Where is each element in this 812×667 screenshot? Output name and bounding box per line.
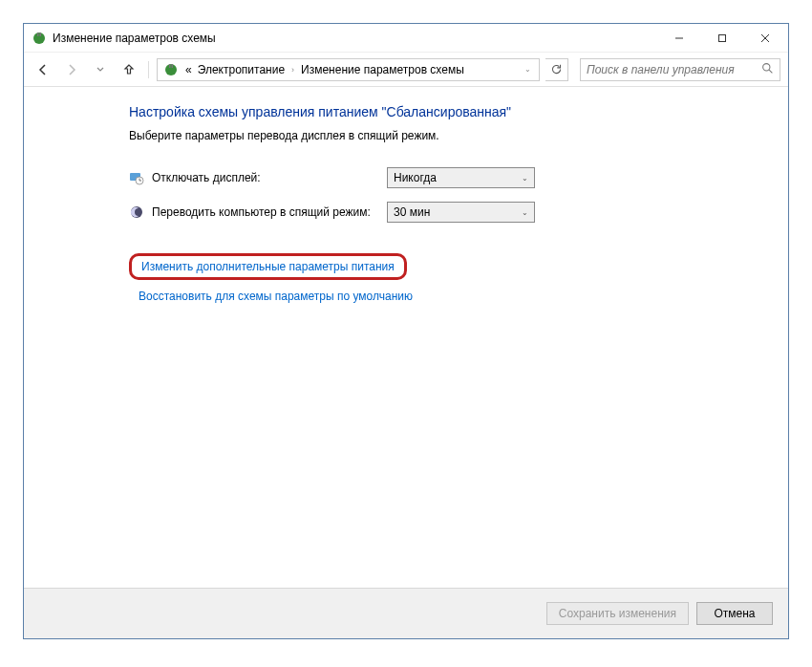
window: Изменение параметров схемы « Электропита… — [23, 23, 789, 639]
breadcrumb-item[interactable]: Изменение параметров схемы — [298, 63, 467, 76]
svg-point-0 — [33, 32, 45, 44]
page-heading: Настройка схемы управления питанием "Сба… — [129, 104, 769, 119]
monitor-clock-icon — [129, 170, 144, 185]
nav-forward-button[interactable] — [60, 58, 83, 81]
chevron-down-icon: ⌄ — [522, 208, 528, 217]
breadcrumb-prefix[interactable]: « — [182, 63, 195, 76]
setting-label: Переводить компьютер в спящий режим: — [152, 205, 371, 219]
window-controls — [657, 25, 786, 52]
dropdown-value: 30 мин — [394, 205, 430, 219]
svg-rect-2 — [40, 32, 42, 36]
setting-row-display-off: Отключать дисплей: Никогда ⌄ — [129, 167, 769, 188]
setting-row-sleep: Переводить компьютер в спящий режим: 30 … — [129, 202, 769, 223]
search-box[interactable] — [580, 58, 780, 81]
svg-line-11 — [769, 70, 772, 73]
maximize-button[interactable] — [700, 25, 743, 52]
save-button: Сохранить изменения — [546, 602, 689, 625]
address-bar[interactable]: « Электропитание › Изменение параметров … — [157, 58, 540, 81]
setting-label-cell: Переводить компьютер в спящий режим: — [129, 204, 387, 220]
svg-point-7 — [165, 64, 177, 75]
power-plug-icon — [163, 62, 179, 77]
chevron-down-icon[interactable]: ⌄ — [519, 65, 537, 74]
restore-defaults-link[interactable]: Восстановить для схемы параметры по умол… — [139, 290, 769, 303]
footer: Сохранить изменения Отмена — [24, 588, 788, 638]
chevron-down-icon: ⌄ — [522, 174, 528, 183]
nav-history-button[interactable] — [89, 58, 112, 81]
links-section: Изменить дополнительные параметры питани… — [129, 253, 769, 303]
dropdown-value: Никогда — [394, 171, 437, 184]
search-icon[interactable] — [761, 62, 774, 77]
minimize-button[interactable] — [657, 25, 700, 52]
advanced-power-settings-link[interactable]: Изменить дополнительные параметры питани… — [129, 253, 407, 280]
moon-icon — [129, 204, 144, 220]
svg-rect-9 — [172, 64, 174, 68]
cancel-button[interactable]: Отмена — [696, 602, 773, 625]
nav-up-button[interactable] — [118, 58, 140, 81]
close-button[interactable] — [743, 25, 786, 52]
nav-back-button[interactable] — [32, 58, 54, 81]
svg-rect-8 — [169, 64, 171, 68]
svg-point-10 — [763, 63, 770, 70]
svg-rect-1 — [37, 32, 39, 36]
titlebar: Изменение параметров схемы — [24, 24, 788, 53]
window-title: Изменение параметров схемы — [53, 32, 657, 45]
power-plug-icon — [32, 31, 47, 46]
navbar: « Электропитание › Изменение параметров … — [24, 53, 788, 87]
refresh-button[interactable] — [545, 58, 568, 81]
setting-label: Отключать дисплей: — [152, 171, 261, 184]
setting-label-cell: Отключать дисплей: — [129, 170, 387, 185]
search-input[interactable] — [587, 63, 761, 76]
chevron-right-icon: › — [288, 65, 298, 75]
sleep-dropdown[interactable]: 30 мин ⌄ — [387, 202, 535, 223]
page-subtext: Выберите параметры перевода дисплея в сп… — [129, 129, 769, 142]
content-area: Настройка схемы управления питанием "Сба… — [24, 87, 788, 588]
svg-rect-4 — [718, 34, 725, 41]
display-off-dropdown[interactable]: Никогда ⌄ — [387, 167, 535, 188]
breadcrumb-item[interactable]: Электропитание — [195, 63, 288, 76]
nav-separator — [148, 61, 149, 78]
